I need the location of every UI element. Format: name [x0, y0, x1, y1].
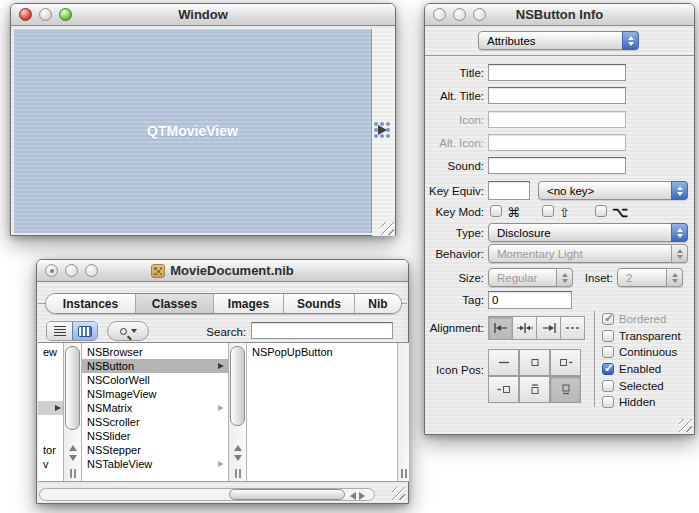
nib-window-titlebar[interactable]: MovieDocument.nib: [37, 260, 408, 282]
icon-label: Icon:: [425, 114, 484, 126]
search-options-button[interactable]: [107, 321, 149, 341]
column-resize-handle[interactable]: [235, 469, 241, 478]
transparent-checkbox[interactable]: [602, 330, 614, 342]
bordered-label: Bordered: [619, 313, 666, 325]
nib-document-icon: [151, 264, 165, 278]
scrollbar-thumb[interactable]: [230, 346, 245, 426]
title-field[interactable]: [488, 64, 626, 81]
search-input[interactable]: [251, 322, 393, 339]
column-resize-handle[interactable]: [401, 469, 407, 478]
sound-field[interactable]: [488, 157, 626, 174]
type-popup-value: Disclosure: [497, 227, 551, 239]
key-mod-shift-checkbox[interactable]: [542, 205, 554, 217]
nib-window-resize-grip[interactable]: [392, 487, 405, 500]
qtmovieview-label: QTMovieView: [14, 123, 371, 139]
list-view-button[interactable]: [47, 322, 72, 340]
align-right-icon: [540, 322, 558, 334]
key-mod-option-checkbox[interactable]: [595, 205, 607, 217]
icon-pos-icon-below-button[interactable]: [519, 376, 550, 403]
list-item[interactable]: NSBrowser: [82, 345, 228, 359]
qtmovieview-canvas[interactable]: QTMovieView: [14, 29, 372, 233]
design-window-resize-grip[interactable]: [381, 222, 394, 235]
scroll-up-arrow-icon[interactable]: [234, 441, 242, 451]
align-center-button[interactable]: [512, 316, 537, 340]
icon-pos-icon-left-button[interactable]: [550, 349, 581, 376]
scroll-up-arrow-icon[interactable]: [69, 441, 77, 451]
type-label: Type:: [425, 227, 484, 239]
tab-nib[interactable]: Nib: [354, 294, 401, 313]
pane-selector-popup[interactable]: Attributes: [478, 31, 639, 50]
tab-images[interactable]: Images: [213, 294, 283, 313]
list-item[interactable]: NSTableView: [82, 457, 228, 471]
continuous-checkbox[interactable]: [602, 346, 614, 358]
column-2-scrollbar[interactable]: [228, 343, 247, 481]
column-view-button[interactable]: [72, 322, 97, 340]
column-3-scrollbar[interactable]: [397, 343, 409, 481]
browser-horizontal-scrollbar[interactable]: [39, 488, 375, 501]
type-popup[interactable]: Disclosure: [488, 223, 688, 242]
key-mod-command-checkbox[interactable]: [490, 205, 502, 217]
list-item[interactable]: NSColorWell: [82, 373, 228, 387]
list-item[interactable]: NSMatrix: [82, 401, 228, 415]
pane-tabbar: Instances Classes Images Sounds Nib: [45, 293, 402, 314]
key-equiv-popup-value: <no key>: [547, 185, 594, 197]
tab-instances[interactable]: Instances: [46, 294, 135, 313]
key-equiv-field[interactable]: [488, 181, 530, 200]
tab-label: Sounds: [297, 297, 341, 311]
checkmark-icon: ✓: [604, 361, 614, 375]
icon-pos-icon-only-button[interactable]: [519, 349, 550, 376]
list-item-label: NSColorWell: [87, 374, 150, 386]
list-item[interactable]: [38, 401, 63, 415]
inspector-title: NSButton Info: [425, 4, 694, 26]
column-resize-handle[interactable]: [70, 469, 76, 478]
list-item[interactable]: NSStepper: [82, 443, 228, 457]
tab-sounds[interactable]: Sounds: [283, 294, 354, 313]
icon-pos-icon-above-button[interactable]: [550, 376, 581, 403]
list-item-label: NSBrowser: [87, 346, 143, 358]
list-item[interactable]: NSImageView: [82, 387, 228, 401]
column-1-scrollbar[interactable]: [63, 343, 82, 481]
list-item-label: NSMatrix: [87, 402, 132, 414]
tag-field[interactable]: [488, 291, 572, 309]
scrollbar-thumb[interactable]: [65, 346, 80, 430]
scroll-down-arrow-icon[interactable]: [69, 455, 77, 465]
enabled-checkbox[interactable]: ✓: [602, 363, 614, 375]
column-view-icon: [78, 326, 92, 337]
list-item-selected[interactable]: NSButton: [82, 359, 228, 373]
scroll-right-arrow-icon[interactable]: [359, 492, 369, 500]
list-item[interactable]: tor: [38, 443, 63, 457]
list-item[interactable]: NSSlider: [82, 429, 228, 443]
selected-checkbox[interactable]: [602, 380, 614, 392]
drag-handle-dots-icon[interactable]: [374, 122, 392, 140]
nib-window: MovieDocument.nib Instances Classes Imag…: [36, 259, 409, 504]
header-separator: [425, 55, 694, 56]
alt-title-field[interactable]: [488, 87, 626, 104]
dropdown-arrow-icon: [131, 329, 137, 333]
list-item[interactable]: NSPopUpButton: [247, 345, 397, 359]
hidden-checkbox[interactable]: [602, 396, 614, 408]
list-item[interactable]: NSScroller: [82, 415, 228, 429]
list-item-label: NSPopUpButton: [252, 346, 333, 358]
scroll-left-arrow-icon[interactable]: [346, 492, 356, 500]
design-window-titlebar[interactable]: Window: [11, 4, 395, 26]
key-equiv-popup[interactable]: <no key>: [538, 181, 688, 200]
icon-pos-icon-right-button[interactable]: [488, 376, 519, 403]
align-center-icon: [516, 322, 534, 334]
tab-classes[interactable]: Classes: [135, 294, 213, 313]
align-left-button[interactable]: [488, 316, 513, 340]
scrollbar-thumb[interactable]: [229, 489, 345, 500]
inspector-resize-grip[interactable]: [679, 419, 692, 432]
align-natural-button[interactable]: [560, 316, 585, 340]
list-item[interactable]: ew: [38, 345, 63, 359]
align-right-button[interactable]: [536, 316, 561, 340]
icon-pos-icon-only-icon: [527, 356, 543, 369]
icon-pos-title-only-button[interactable]: [488, 349, 519, 376]
command-symbol: ⌘: [507, 205, 521, 220]
disclosure-arrow-icon: [218, 461, 224, 467]
list-item[interactable]: v: [38, 457, 63, 471]
inspector-titlebar[interactable]: NSButton Info: [425, 4, 694, 26]
inspector-window: NSButton Info Attributes Title: Alt. Tit…: [424, 3, 695, 435]
view-mode-segmented-control: [46, 321, 98, 341]
scroll-down-arrow-icon[interactable]: [234, 455, 242, 465]
key-equiv-label: Key Equiv:: [425, 185, 484, 197]
